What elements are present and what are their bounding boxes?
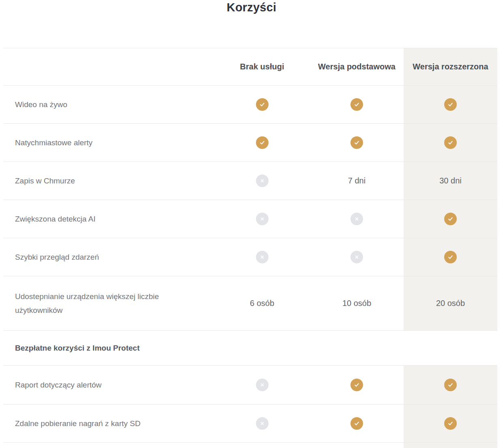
cross-icon	[350, 213, 363, 225]
feature-cell	[310, 86, 404, 123]
feature-cell	[214, 238, 310, 276]
section-row: Bezpłatne korzyści z Imou Protect	[3, 330, 497, 365]
check-icon	[350, 136, 363, 149]
feature-cell	[404, 86, 497, 123]
row-label: Szybki przegląd zdarzeń	[3, 238, 214, 276]
feature-cell	[310, 366, 404, 404]
table-row: Zdalne pobieranie nagrań z karty SD	[3, 404, 497, 442]
row-label	[3, 443, 214, 448]
feature-cell	[310, 200, 404, 238]
row-label: Zwiększona detekcja AI	[3, 200, 214, 238]
feature-cell	[214, 162, 310, 200]
check-icon	[350, 379, 363, 391]
feature-cell	[310, 124, 404, 162]
column-header-wersja-rozszerzona: Wersja rozszerzona	[404, 48, 497, 85]
check-icon	[444, 136, 457, 149]
cross-icon	[256, 379, 269, 391]
feature-cell	[404, 405, 497, 442]
check-icon	[444, 98, 457, 111]
header-empty-cell	[3, 48, 214, 85]
row-label: Raport dotyczący alertów	[3, 366, 214, 404]
table-row: Udostepnianie urządzenia większej liczbi…	[3, 276, 497, 330]
check-icon	[444, 251, 457, 263]
column-header-brak-uslugi: Brak usługi	[214, 48, 310, 85]
feature-cell	[214, 86, 310, 123]
row-label: Zdalne pobieranie nagrań z karty SD	[3, 405, 214, 442]
cross-icon	[256, 251, 269, 263]
page-title: Korzyści	[0, 0, 503, 15]
feature-cell	[404, 124, 497, 162]
column-header-wersja-podstawowa: Wersja podstawowa	[310, 48, 404, 85]
feature-cell: 20 osób	[404, 276, 497, 330]
feature-cell	[214, 200, 310, 238]
feature-cell	[214, 124, 310, 162]
cross-icon	[256, 213, 269, 225]
feature-cell	[214, 443, 310, 448]
feature-cell: 6 osób	[214, 276, 310, 330]
feature-cell	[404, 443, 497, 448]
feature-cell	[404, 366, 497, 404]
row-label: Zapis w Chmurze	[3, 162, 214, 200]
cross-icon	[256, 417, 269, 430]
check-icon	[444, 213, 457, 225]
row-label: Natychmiastowe alerty	[3, 124, 214, 162]
feature-cell	[404, 200, 497, 238]
cross-icon	[350, 251, 363, 263]
table-row: Natychmiastowe alerty	[3, 123, 497, 162]
feature-cell	[214, 405, 310, 442]
table-row: Zwiększona detekcja AI	[3, 200, 497, 238]
feature-cell	[310, 238, 404, 276]
feature-cell	[404, 238, 497, 276]
table-row: Wideo na żywo	[3, 85, 497, 123]
row-label: Wideo na żywo	[3, 86, 214, 123]
section-title: Bezpłatne korzyści z Imou Protect	[3, 331, 497, 365]
feature-cell	[310, 443, 404, 448]
check-icon	[256, 136, 269, 149]
check-icon	[444, 417, 457, 430]
row-label: Udostepnianie urządzenia większej liczbi…	[3, 276, 214, 330]
feature-cell: 7 dni	[310, 162, 404, 200]
feature-cell: 30 dni	[404, 162, 497, 200]
table-header-row: Brak usługi Wersja podstawowa Wersja roz…	[3, 48, 497, 85]
table-row: Raport dotyczący alertów	[3, 365, 497, 404]
cross-icon	[256, 174, 269, 187]
feature-cell: 10 osób	[310, 276, 404, 330]
feature-cell	[310, 405, 404, 442]
check-icon	[350, 417, 363, 430]
check-icon	[256, 98, 269, 111]
table-row-clipped	[3, 442, 497, 448]
check-icon	[350, 98, 363, 111]
benefits-table: Brak usługi Wersja podstawowa Wersja roz…	[3, 48, 497, 448]
feature-cell	[214, 366, 310, 404]
table-row: Zapis w Chmurze 7 dni 30 dni	[3, 162, 497, 200]
table-row: Szybki przegląd zdarzeń	[3, 238, 497, 276]
check-icon	[444, 379, 457, 391]
